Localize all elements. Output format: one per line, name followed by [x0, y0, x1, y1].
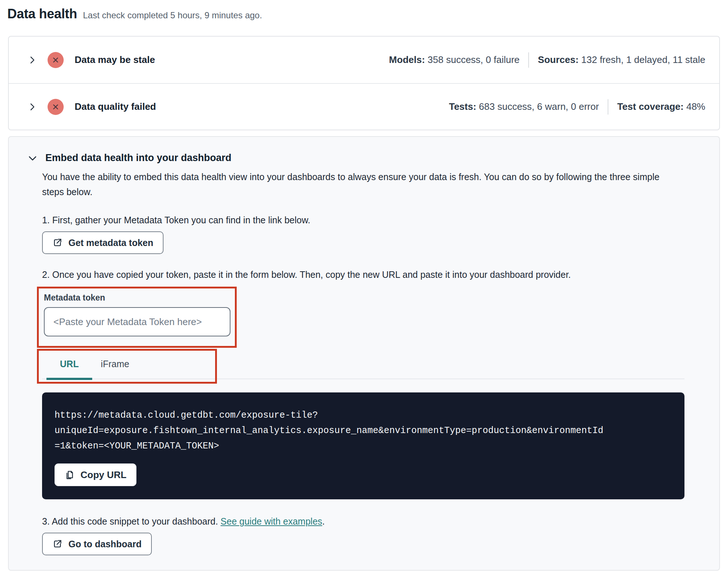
tab-iframe[interactable]: iFrame	[92, 359, 138, 369]
go-to-dashboard-button[interactable]: Go to dashboard	[42, 533, 152, 555]
step-3-text: 3. Add this code snippet to your dashboa…	[42, 516, 697, 527]
last-check-status: Last check completed 5 hours, 9 minutes …	[83, 10, 262, 20]
external-link-icon	[52, 539, 63, 549]
error-status-icon	[48, 52, 64, 68]
page-header: Data health Last check completed 5 hours…	[0, 0, 728, 23]
metadata-token-label: Metadata token	[44, 293, 235, 303]
status-row-title: Data quality failed	[75, 101, 156, 112]
embed-panel-header[interactable]: Embed data health into your dashboard	[27, 152, 697, 164]
status-card: Data may be stale Models: 358 success, 0…	[8, 36, 720, 130]
status-row-data-quality[interactable]: Data quality failed Tests: 683 success, …	[9, 83, 719, 130]
metadata-token-annotation-box: Metadata token	[37, 287, 237, 348]
embed-url-text: https://metadata.cloud.getdbt.com/exposu…	[55, 408, 672, 454]
models-stat: Models: 358 success, 0 failure	[389, 54, 519, 66]
step-2-text: 2. Once you have copied your token, past…	[42, 269, 697, 280]
embed-url-code-block: https://metadata.cloud.getdbt.com/exposu…	[42, 392, 684, 499]
copy-url-button[interactable]: Copy URL	[55, 463, 136, 486]
test-coverage-stat: Test coverage: 48%	[617, 101, 705, 112]
sources-stat: Sources: 132 fresh, 1 delayed, 11 stale	[538, 54, 705, 66]
stat-divider	[528, 52, 529, 68]
output-format-tabs: URL iFrame	[42, 351, 684, 384]
chevron-right-icon[interactable]	[27, 102, 37, 112]
stat-divider	[608, 99, 608, 115]
status-row-title: Data may be stale	[75, 54, 155, 66]
metadata-token-input[interactable]	[44, 307, 230, 336]
error-status-icon	[48, 99, 64, 115]
copy-icon	[64, 470, 75, 480]
chevron-down-icon[interactable]	[27, 153, 38, 164]
get-metadata-token-button[interactable]: Get metadata token	[42, 231, 164, 254]
embed-description: You have the ability to embed this data …	[42, 169, 668, 200]
guide-link[interactable]: See guide with examples	[221, 516, 322, 526]
step-1-text: 1. First, gather your Metadata Token you…	[42, 215, 697, 225]
page-title: Data health	[7, 5, 77, 23]
external-link-icon	[52, 238, 63, 248]
status-row-data-stale[interactable]: Data may be stale Models: 358 success, 0…	[9, 37, 719, 83]
embed-panel-title: Embed data health into your dashboard	[45, 152, 232, 164]
chevron-right-icon[interactable]	[27, 55, 37, 65]
tab-url[interactable]: URL	[46, 359, 92, 369]
status-row-stats: Tests: 683 success, 6 warn, 0 error Test…	[449, 99, 705, 115]
embed-panel: Embed data health into your dashboard Yo…	[8, 136, 720, 571]
tab-strip-divider	[42, 379, 684, 379]
tests-stat: Tests: 683 success, 6 warn, 0 error	[449, 101, 599, 112]
active-tab-indicator	[46, 378, 92, 380]
status-row-stats: Models: 358 success, 0 failure Sources: …	[389, 52, 705, 68]
